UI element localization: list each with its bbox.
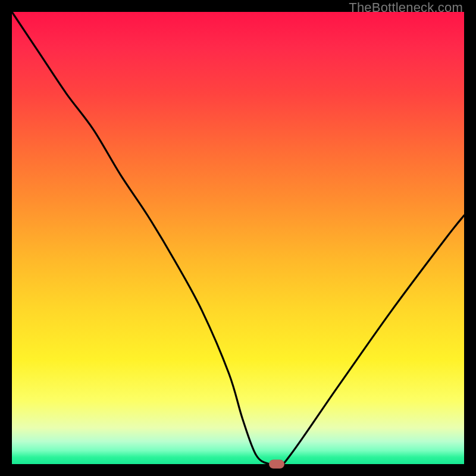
optimal-marker [269,460,284,469]
plot-area [12,12,464,464]
bottleneck-curve [12,12,464,470]
chart-frame: TheBottleneck.com [0,0,476,476]
curve-svg [12,12,464,464]
